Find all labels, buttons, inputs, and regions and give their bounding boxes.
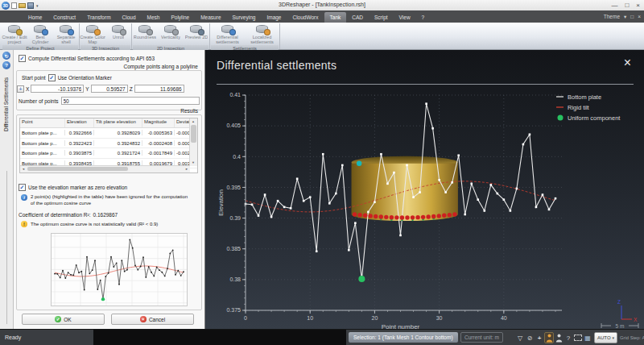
separate-badge-icon <box>68 29 74 35</box>
ribbon-button-differential-settlements[interactable]: Differential settlements <box>210 23 245 45</box>
scroll-right-icon[interactable]: ► <box>185 166 188 172</box>
menu-bar: Home Construct Transform Cloud Mesh Poly… <box>0 10 644 23</box>
ribbon-button-create-color-map[interactable]: Create Color Map <box>80 23 105 45</box>
ribbon-group-2d-inspection: Roundness Verticality Preview 2D 2D Insp… <box>132 23 210 49</box>
table-horizontal-scrollbar[interactable]: ◄ ► <box>20 165 190 172</box>
ribbon-restore-icon[interactable]: □ <box>630 14 634 19</box>
scroll-down-icon[interactable]: ▼ <box>192 160 195 166</box>
ribbon-button-roundness[interactable]: Roundness <box>132 23 158 45</box>
cancel-button[interactable]: × Cancel <box>111 314 194 325</box>
menu-tab-cloudworx[interactable]: CloudWorx <box>287 12 324 23</box>
person-icon[interactable] <box>554 332 564 343</box>
scrollbar-thumb[interactable] <box>191 125 196 143</box>
ribbon-button-best-cylinder[interactable]: Best Cylinder <box>27 23 53 45</box>
menu-tab-polyline[interactable]: Polyline <box>165 12 195 23</box>
menu-tab-measure[interactable]: Measure <box>195 12 226 23</box>
orientation-marker-checkbox[interactable]: ✓ <box>48 74 56 81</box>
menu-tab-mesh[interactable]: Mesh <box>142 12 166 23</box>
menu-tab-construct[interactable]: Construct <box>47 12 81 23</box>
theme-caret-icon[interactable]: ▾ <box>624 14 626 20</box>
ribbon-button-unroll[interactable]: Unroll <box>105 23 131 45</box>
svg-text:0.39: 0.39 <box>229 215 241 221</box>
table-row[interactable]: Bottom plate p... 0.3903875 0.3921724 -0… <box>20 148 197 159</box>
results-table[interactable]: Point Elevation Tilt plane elevation Mag… <box>19 118 198 173</box>
auto-dropdown[interactable]: AUTO ▾ <box>594 332 617 343</box>
x-input[interactable] <box>31 85 84 93</box>
polyline-group-title: Compute points along a polyline <box>123 64 198 69</box>
zero-elevation-label: Use the elevation marker as zero elevati… <box>28 185 127 190</box>
menu-tab-view[interactable]: View <box>394 12 416 23</box>
column-header-magnitude[interactable]: Magnitude <box>142 118 175 127</box>
scroll-up-icon[interactable]: ▲ <box>192 118 195 125</box>
selection-rectangle-icon[interactable] <box>573 332 583 343</box>
side-tab-differential-settlements[interactable]: Differential Settlements <box>3 77 9 131</box>
close-button[interactable]: × <box>636 2 640 9</box>
clipping-icon[interactable]: ⊘ <box>525 332 535 343</box>
pick-point-button[interactable]: + <box>17 85 24 93</box>
menu-tab-cloud[interactable]: Cloud <box>117 12 142 23</box>
ribbon-button-separate-shell[interactable]: Separate shell <box>53 23 79 45</box>
move-icon[interactable]: + <box>535 332 544 343</box>
ignored-points-info-text: 2 point(s) (highlighted in the table) ha… <box>31 193 192 207</box>
svg-text:0: 0 <box>244 315 247 321</box>
ribbon-button-verticality[interactable]: Verticality <box>158 23 184 45</box>
status-bar-inset <box>93 330 346 345</box>
ribbon-close-icon[interactable]: × <box>638 14 641 19</box>
ribbon: Create / Edit project Best Cylinder Sepa… <box>0 23 644 50</box>
y-input[interactable] <box>91 85 128 93</box>
table-vertical-scrollbar[interactable]: ▲ ▼ <box>189 118 197 166</box>
walkthrough-person-icon[interactable] <box>544 332 554 343</box>
menu-tab-help[interactable]: ? <box>416 12 431 23</box>
side-tab-divider <box>6 171 7 324</box>
viewport-3d[interactable]: 0.3750.380.3850.390.3950.40.4050.4101020… <box>205 50 644 329</box>
minimize-button[interactable]: — <box>611 2 617 9</box>
localized-badge-icon <box>264 29 270 35</box>
context-help-icon[interactable]: ? <box>564 332 573 343</box>
scrollbar-thumb[interactable] <box>27 167 128 171</box>
column-header-point[interactable]: Point <box>20 118 65 127</box>
svg-text:0.375: 0.375 <box>226 307 241 313</box>
filter-icon[interactable]: ▽ <box>515 332 525 343</box>
menu-tab-image[interactable]: Image <box>261 12 287 23</box>
api653-checkbox[interactable]: ✓ <box>19 55 26 62</box>
maximize-button[interactable]: □ <box>625 2 629 9</box>
main-area: ↻ ? Differential Settlements ✓ Compute D… <box>0 50 644 329</box>
ribbon-button-preview-2d[interactable]: Preview 2D <box>184 23 209 45</box>
grid-icon[interactable]: ▦ <box>583 332 592 343</box>
best-fit-badge-icon <box>42 29 48 35</box>
column-header-elevation[interactable]: Elevation <box>65 118 94 127</box>
scroll-left-icon[interactable]: ◄ <box>22 166 25 172</box>
grid-step-status: Grid Step: AUTO <box>620 335 644 340</box>
zero-elevation-checkbox[interactable]: ✓ <box>19 184 26 191</box>
ribbon-button-create-edit-project[interactable]: Create / Edit project <box>2 23 27 45</box>
z-label: Z <box>130 86 133 92</box>
menu-tab-script[interactable]: Script <box>369 12 394 23</box>
menu-tab-transform[interactable]: Transform <box>81 12 116 23</box>
auto-caret-icon: ▾ <box>613 335 615 340</box>
table-row[interactable]: Bottom plate p... 0.3922666 0.3928029 -0… <box>20 128 197 139</box>
svg-text:40: 40 <box>501 315 507 321</box>
application-window: 3D ▾ 3DReshaper - [TankInspection.rsh] —… <box>0 0 644 345</box>
svg-text:Rigid tilt: Rigid tilt <box>568 104 590 111</box>
help-icon[interactable]: ? <box>2 61 10 69</box>
table-row[interactable]: Bottom plate p... 0.3922423 0.3924832 -0… <box>20 139 197 149</box>
viewport-panel-title: Differential settlements <box>217 59 336 72</box>
start-point-label: Start point <box>22 75 46 81</box>
z-input[interactable] <box>134 85 184 93</box>
ok-button[interactable]: ✓ OK <box>22 314 105 325</box>
number-of-points-input[interactable] <box>61 97 200 105</box>
y-label: Y <box>85 86 89 92</box>
menu-tab-surveying[interactable]: Surveying <box>227 12 262 23</box>
ribbon-button-localized-settlements[interactable]: Localized settlements <box>245 23 279 45</box>
theme-menu[interactable]: Theme <box>604 14 620 19</box>
apply-icon[interactable]: ↻ <box>2 52 10 60</box>
window-title: 3DReshaper - [TankInspection.rsh] <box>0 2 644 7</box>
svg-text:10: 10 <box>307 315 313 321</box>
info-icon: i <box>21 194 27 201</box>
menu-tab-home[interactable]: Home <box>23 12 47 23</box>
menu-tab-tank[interactable]: Tank <box>324 12 347 23</box>
ribbon-group-define-project: Create / Edit project Best Cylinder Sepa… <box>2 23 80 49</box>
viewport-close-icon[interactable]: × <box>624 56 631 69</box>
menu-tab-cad[interactable]: CAD <box>346 12 369 23</box>
column-header-tilt-plane-elevation[interactable]: Tilt plane elevation <box>94 118 142 127</box>
